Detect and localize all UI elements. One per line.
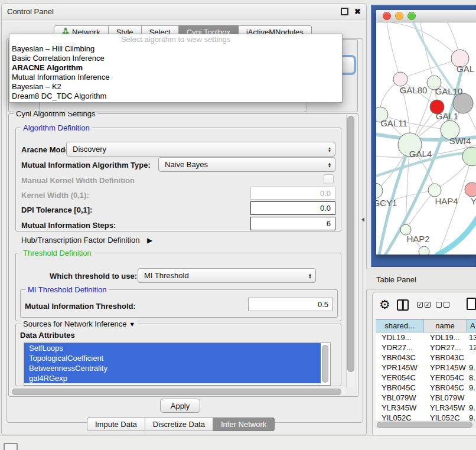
which-threshold-select[interactable]: MI Threshold ▲▼ [138,268,316,283]
attribute-item-betweennesscentrality[interactable]: BetweennessCentrality [24,363,321,373]
node[interactable] [453,93,473,113]
node[interactable] [393,72,407,86]
deselect-all-checkbox-icon2[interactable] [444,302,449,308]
table-horizontal-scrollbar-thumb[interactable] [377,422,472,428]
node[interactable] [419,246,429,255]
tab-impute-data[interactable]: Impute Data [87,418,145,431]
algorithm-dropdown-popup: Select algorithm to view settings Bayesi… [9,34,343,103]
node[interactable] [465,182,476,197]
table-cell: YER054C [424,373,467,383]
table-row[interactable]: YDL19...YDL19...13 [376,332,476,343]
tab-discretize-data[interactable]: Discretize Data [145,418,213,431]
dpi-tolerance-input[interactable]: 0.0 [250,201,335,215]
attributes-scrollbar[interactable] [321,343,329,384]
table-cell: YDL19... [424,332,467,343]
which-threshold-label: Which threshold to use: [50,272,137,281]
algorithm-definition-title: Algorithm Definition [21,123,92,132]
collapsed-arrow-icon: ▶ [147,236,152,244]
table-panel-title: Table Panel [376,275,416,284]
table-horizontal-scrollbar[interactable] [374,420,476,428]
hub-definition-toggle[interactable]: Hub/Transcription Factor Definition ▶ [21,236,152,244]
table-cell: YBR043C [424,353,467,363]
column-header-shared[interactable]: shared... [376,319,424,332]
settings-vertical-scrollbar-thumb[interactable] [347,116,354,372]
aracne-mode-select[interactable]: Discovery ▲▼ [66,142,335,156]
network-window-titlebar [376,10,476,22]
panel-splitter-arrow[interactable] [361,217,364,222]
node-label[interactable]: GAL [457,64,474,74]
attribute-item-selfloops[interactable]: SelfLoops [24,343,321,353]
stepper-icon: ▲▼ [324,146,335,152]
kernel-width-input[interactable]: 0.0 [250,187,335,200]
settings-horizontal-scrollbar-thumb[interactable] [12,389,341,395]
node-label[interactable]: HAP4 [435,196,458,206]
algorithm-option-mutual-information-inference[interactable]: Mutual Information Inference [9,73,342,82]
select-all-checkbox-icon[interactable]: ✓ [417,302,423,308]
column-header-partial[interactable]: A [467,319,476,332]
table-row[interactable]: YBL079WYBL079W [376,393,476,403]
float-window-icon[interactable] [341,8,348,15]
sources-title-text: Sources for Network Inference [23,319,127,328]
column-header-name[interactable]: name [424,319,467,332]
table-row[interactable]: YBR043CYBR043C [376,353,476,363]
node-label[interactable]: Y [471,196,476,206]
sources-group-title[interactable]: Sources for Network Inference ▼ [21,319,138,328]
table-cell: 13 [467,332,476,343]
algorithm-option-aracne-algorithm[interactable]: ARACNE Algorithm [9,63,342,73]
mi-steps-input[interactable]: 6 [250,217,335,230]
node-label[interactable]: GAL4 [409,149,432,159]
data-attributes-list[interactable]: SelfLoopsTopologicalCoefficientBetweenne… [24,343,331,386]
node-label[interactable]: GAL80 [400,85,428,95]
table-row[interactable]: YLR345WYLR345W9. [376,403,476,413]
table-row[interactable]: YBR045CYBR045C9. [376,383,476,393]
node-label[interactable]: GAL1 [436,111,458,121]
node-label[interactable]: SWI4 [449,136,471,146]
table-row[interactable]: YPR145WYPR145W9. [376,363,476,373]
threshold-definition-title: Threshold Definition [21,249,94,257]
table-cell: YBR043C [376,353,424,363]
node-label[interactable]: GAL11 [380,118,407,128]
close-icon[interactable]: ✖ [354,9,361,15]
node-label[interactable]: HAP2 [406,234,429,244]
mi-threshold-input[interactable]: 0.5 [248,298,333,311]
node-label[interactable]: GAL10 [435,86,463,96]
network-canvas[interactable]: GALGAL80GAL10GAL11GAL1SWI4GAL4GCY1HAP4YH… [376,22,476,255]
table-cell: YDL19... [376,332,424,343]
algorithm-option-bayesian-hill-climbing[interactable]: Bayesian – Hill Climbing [9,44,342,54]
table-row[interactable]: YER054CYER054C8. [376,373,476,383]
manual-kernel-label: Manual Kernel Width Definition [21,176,135,185]
attributes-scrollbar-thumb[interactable] [322,345,328,383]
minimize-traffic-light-icon[interactable] [395,12,403,20]
manual-kernel-checkbox[interactable] [324,174,334,184]
algorithm-option-bayesian-k2[interactable]: Bayesian – K2 [9,82,342,92]
table-cell: 9. [467,363,476,373]
close-traffic-light-icon[interactable] [383,12,391,20]
attribute-item-topologicalcoefficient[interactable]: TopologicalCoefficient [24,353,321,363]
settings-horizontal-scrollbar[interactable] [11,388,345,395]
deselect-all-checkbox-icon[interactable] [436,302,442,308]
attribute-item-gal4rgexp[interactable]: gal4RGexp [24,373,321,383]
algorithm-option-dream8-dc-tdc-algorithm[interactable]: Dream8 DC_TDC Algorithm [9,92,342,101]
settings-vertical-scrollbar[interactable] [346,115,355,387]
which-threshold-value: MI Threshold [138,271,305,280]
node[interactable] [462,147,476,166]
mi-threshold-value: 0.5 [318,300,328,309]
top-edge-mark [5,0,5,3]
node-label[interactable]: GCY1 [376,198,397,208]
select-all-checkbox-icon2[interactable]: ✓ [425,302,431,308]
gear-icon[interactable]: ⚙ [379,298,390,311]
tab-infer-network[interactable]: Infer Network [213,418,275,431]
node[interactable] [428,184,441,197]
file-icon[interactable] [467,298,476,310]
zoom-traffic-light-icon[interactable] [407,12,416,20]
table-row[interactable]: YIL052CYIL052C9. [376,413,476,420]
dropdown-prompt: Select algorithm to view settings [9,34,342,44]
algorithm-option-basic-correlation-inference[interactable]: Basic Correlation Inference [9,54,342,63]
columns-icon[interactable] [397,299,409,311]
mi-type-select[interactable]: Naive Bayes ▲▼ [158,157,335,172]
screen: { "colors": { "selection_blue": "#3b6bd8… [0,0,476,450]
minimized-panel-icon[interactable] [4,443,18,450]
table-row[interactable]: YDR27...YDR27...12 [376,343,476,353]
mi-type-label: Mutual Information Algorithm Type: [21,161,151,169]
apply-button[interactable]: Apply [160,399,200,413]
